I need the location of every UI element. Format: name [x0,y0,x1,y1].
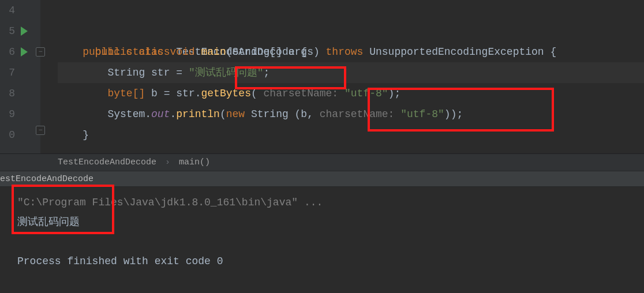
keyword: public [83,46,120,58]
code-editor[interactable]: 4 5 6 − 7 8 9 0 − public class TestEncod… [0,0,644,153]
breadcrumb-class[interactable]: TestEncodeAndDecode [58,157,156,167]
string-literal: "utf-8" [345,88,388,99]
args: (b, [295,108,320,120]
run-tool-header[interactable]: estEncodeAndDecode [0,171,644,187]
breadcrumb[interactable]: TestEncodeAndDecode › main() [0,153,644,171]
run-gutter-icon[interactable] [21,47,28,57]
line-number: 4 [0,5,15,16]
close-paren: ); [388,88,401,99]
semicolon: ; [264,67,270,78]
keyword: throws [326,46,364,58]
console-output[interactable]: "C:\Program Files\Java\jdk1.8.0_161\bin\… [0,187,644,293]
close-paren: )); [444,108,463,120]
method-call: getBytes [201,88,251,99]
expr: str. [176,88,201,99]
brace: } [83,129,89,141]
method-name: main [201,46,226,58]
console-blank [17,232,644,251]
operator: = [164,88,170,99]
type: byte[] [107,88,145,99]
obj-ref: System. [107,108,151,120]
params: (String[] args) [226,46,320,58]
console-exit-message: Process finished with exit code 0 [17,251,644,271]
dot: . [170,108,176,120]
string-literal: "utf-8" [400,108,444,120]
type: String [107,67,145,78]
breadcrumb-method[interactable]: main() [179,157,210,167]
keyword: static [126,46,164,58]
run-gutter-icon[interactable] [21,27,28,36]
console-command: "C:\Program Files\Java\jdk1.8.0_161\bin\… [17,193,644,212]
run-config-name: estEncodeAndDecode [0,174,93,184]
line-number: 9 [0,108,15,120]
operator: = [176,67,182,78]
variable: str [151,67,170,78]
constructor: String [251,108,289,120]
param-hint: charsetName: [320,108,395,120]
method-call: println [176,108,220,120]
keyword: new [226,108,245,120]
editor-gutter: 4 5 6 − 7 8 9 0 − [0,0,40,153]
line-number: 7 [0,67,15,78]
line-number: 0 [0,129,15,141]
string-literal: "测试乱码问题" [189,67,264,78]
line-number: 8 [0,88,15,99]
variable: b [151,88,158,99]
line-number: 6 [0,46,15,58]
line-number: 5 [0,25,15,37]
static-field: out [151,108,170,120]
keyword: void [170,46,194,58]
brace: { [550,46,556,58]
exception-type: UnsupportedEncodingException [369,46,544,58]
breadcrumb-separator: › [165,157,170,167]
code-area[interactable]: public class TestEncodeAndDecode { publi… [40,0,644,153]
param-hint: charsetName: [264,88,339,99]
console-stdout: 测试乱码问题 [17,212,644,232]
